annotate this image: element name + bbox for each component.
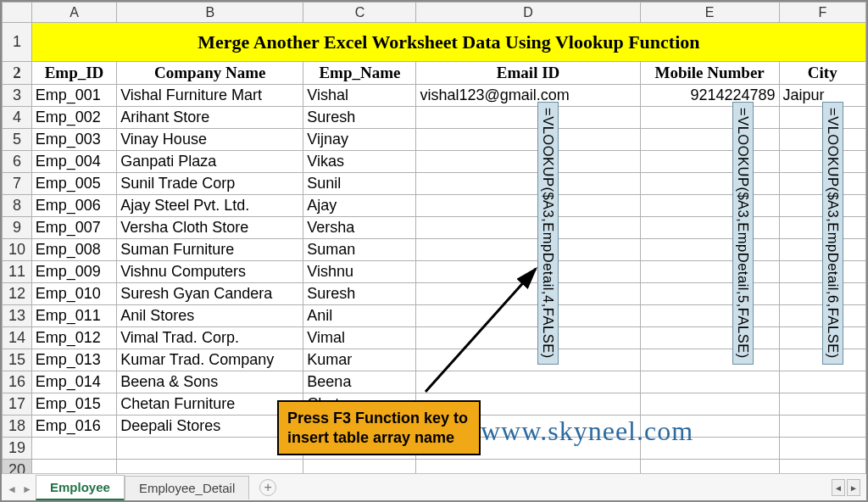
header-email[interactable]: Email ID [416,62,640,85]
cell-mobile[interactable] [640,151,779,173]
cell[interactable] [31,438,116,460]
cell-empid[interactable]: Emp_009 [31,261,116,283]
cell-mobile[interactable] [640,217,779,239]
cell-company[interactable]: Ganpati Plaza [117,151,303,173]
cell-email[interactable] [416,283,640,305]
cell-email[interactable] [416,327,640,349]
cell-empid[interactable]: Emp_011 [31,305,116,327]
cell-city[interactable] [779,416,865,438]
row-header[interactable]: 10 [3,239,32,261]
cell-empname[interactable]: Versha [303,217,416,239]
col-header-F[interactable]: F [779,3,865,23]
cell-empname[interactable]: Suresh [303,107,416,129]
cell-company[interactable]: Arihant Store [117,107,303,129]
cell-company[interactable]: Beena & Sons [117,371,303,393]
row-header[interactable]: 9 [3,217,32,239]
header-company[interactable]: Company Name [117,62,303,85]
cell-empid[interactable]: Emp_010 [31,283,116,305]
cell-email[interactable] [416,261,640,283]
cell-empid[interactable]: Emp_004 [31,151,116,173]
cell-empid[interactable]: Emp_003 [31,129,116,151]
cell-mobile[interactable] [640,393,779,416]
row-header[interactable]: 5 [3,129,32,151]
cell[interactable] [640,460,779,474]
row-header[interactable]: 20 [3,460,32,474]
cell-empname[interactable]: Beena [303,371,416,393]
row-header[interactable]: 17 [3,393,32,416]
cell-company[interactable]: Vishnu Computers [117,261,303,283]
cell-empid[interactable]: Emp_013 [31,349,116,371]
cell-city[interactable] [779,371,865,393]
cell-empid[interactable]: Emp_012 [31,327,116,349]
cell-empid[interactable]: Emp_008 [31,239,116,261]
cell-company[interactable]: Vishal Furniture Mart [117,85,303,107]
cell-email[interactable] [416,371,640,393]
cell-company[interactable]: Suresh Gyan Candera [117,283,303,305]
cell[interactable] [416,460,640,474]
cell-empid[interactable]: Emp_006 [31,195,116,217]
cell-empname[interactable]: Vikas [303,151,416,173]
cell-mobile[interactable] [640,371,779,393]
cell-company[interactable]: Versha Cloth Store [117,217,303,239]
cell-mobile[interactable] [640,173,779,195]
row-header[interactable]: 14 [3,327,32,349]
cell-mobile[interactable] [640,129,779,151]
cell[interactable] [31,460,116,474]
col-header-C[interactable]: C [303,3,416,23]
cell-email[interactable] [416,107,640,129]
col-header-A[interactable]: A [31,3,116,23]
cell-email[interactable] [416,151,640,173]
row-header[interactable]: 4 [3,107,32,129]
cell-email[interactable] [416,349,640,371]
cell-mobile[interactable]: 9214224789 [640,85,779,107]
cell-empname[interactable]: Suresh [303,283,416,305]
row-header[interactable]: 19 [3,438,32,460]
header-empname[interactable]: Emp_Name [303,62,416,85]
column-header-row[interactable]: A B C D E F [3,3,866,23]
sheet-tab-employee[interactable]: Employee [36,475,125,500]
cell-empid[interactable]: Emp_001 [31,85,116,107]
cell-company[interactable]: Deepali Stores [117,416,303,438]
cell-empid[interactable]: Emp_016 [31,416,116,438]
row-header[interactable]: 1 [3,23,32,62]
cell-company[interactable]: Vinay House [117,129,303,151]
cell-empname[interactable]: Sunil [303,173,416,195]
cell-empid[interactable]: Emp_007 [31,217,116,239]
cell-empname[interactable]: Vishnu [303,261,416,283]
cell-mobile[interactable] [640,349,779,371]
tab-nav-arrows[interactable]: ◄ ► [7,483,32,495]
row-header[interactable]: 18 [3,416,32,438]
sheet-title[interactable]: Merge Another Excel Worksheet Data Using… [31,23,865,62]
col-header-B[interactable]: B [117,3,303,23]
col-header-E[interactable]: E [640,3,779,23]
cell-mobile[interactable] [640,305,779,327]
cell-email[interactable] [416,305,640,327]
row-header[interactable]: 11 [3,261,32,283]
row-header[interactable]: 15 [3,349,32,371]
cell-email[interactable] [416,239,640,261]
cell-empname[interactable]: Kumar [303,349,416,371]
cell-mobile[interactable] [640,261,779,283]
cell-email[interactable] [416,195,640,217]
cell-empname[interactable]: Vijnay [303,129,416,151]
cell-mobile[interactable] [640,107,779,129]
row-header[interactable]: 12 [3,283,32,305]
col-header-D[interactable]: D [416,3,640,23]
cell-mobile[interactable] [640,195,779,217]
cell-mobile[interactable] [640,327,779,349]
select-all-corner[interactable] [3,3,32,23]
header-empid[interactable]: Emp_ID [31,62,116,85]
cell-company[interactable]: Anil Stores [117,305,303,327]
row-header[interactable]: 7 [3,173,32,195]
cell-empname[interactable]: Vishal [303,85,416,107]
cell-company[interactable]: Ajay Steel Pvt. Ltd. [117,195,303,217]
sheet-tab-employee-detail[interactable]: Employee_Detail [125,476,249,499]
header-mobile[interactable]: Mobile Number [640,62,779,85]
scroll-right-icon[interactable]: ► [847,479,860,496]
horizontal-scroll-buttons[interactable]: ◄ ► [832,479,864,498]
row-header[interactable]: 8 [3,195,32,217]
cell-email[interactable] [416,217,640,239]
cell-empid[interactable]: Emp_005 [31,173,116,195]
tab-nav-prev-icon[interactable]: ◄ [7,483,17,495]
cell[interactable] [117,460,303,474]
